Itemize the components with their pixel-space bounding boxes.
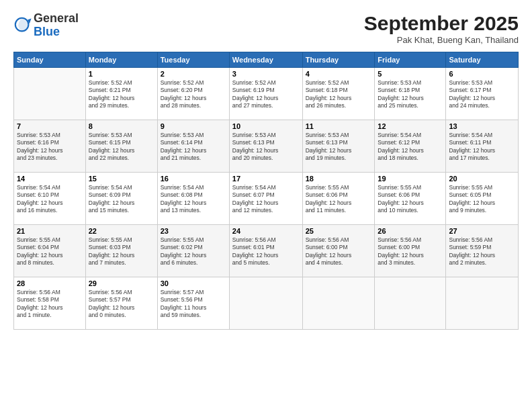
day-number: 24 (232, 227, 300, 235)
logo-blue-text: Blue (34, 26, 79, 39)
table-row: 6Sunrise: 5:53 AM Sunset: 6:17 PM Daylig… (446, 68, 519, 120)
day-info: Sunrise: 5:54 AM Sunset: 6:11 PM Dayligh… (449, 132, 515, 163)
table-row: 16Sunrise: 5:54 AM Sunset: 6:08 PM Dayli… (157, 173, 229, 225)
day-number: 1 (89, 70, 154, 78)
table-row: 2Sunrise: 5:52 AM Sunset: 6:20 PM Daylig… (157, 68, 229, 120)
day-number: 23 (161, 227, 226, 235)
day-number: 2 (161, 70, 226, 78)
day-number: 10 (232, 122, 300, 130)
day-info: Sunrise: 5:56 AM Sunset: 5:59 PM Dayligh… (449, 236, 515, 267)
day-number: 11 (306, 122, 372, 130)
day-number: 9 (161, 122, 226, 130)
col-sunday: Sunday (14, 52, 86, 68)
day-number: 12 (378, 122, 443, 130)
page: General Blue September 2025 Pak Khat, Bu… (0, 0, 532, 411)
col-monday: Monday (85, 52, 157, 68)
day-info: Sunrise: 5:55 AM Sunset: 6:05 PM Dayligh… (449, 184, 515, 215)
day-info: Sunrise: 5:56 AM Sunset: 6:00 PM Dayligh… (306, 236, 372, 267)
logo-general-text: General (34, 12, 79, 26)
day-number: 18 (306, 175, 372, 183)
day-number: 16 (161, 175, 226, 183)
col-saturday: Saturday (446, 52, 519, 68)
day-info: Sunrise: 5:53 AM Sunset: 6:17 PM Dayligh… (449, 79, 515, 110)
day-info: Sunrise: 5:56 AM Sunset: 6:01 PM Dayligh… (232, 236, 300, 267)
day-number: 4 (306, 70, 372, 78)
day-number: 28 (17, 279, 83, 287)
location: Pak Khat, Bueng Kan, Thailand (364, 35, 519, 45)
day-info: Sunrise: 5:55 AM Sunset: 6:04 PM Dayligh… (17, 236, 83, 267)
day-info: Sunrise: 5:53 AM Sunset: 6:13 PM Dayligh… (306, 132, 372, 163)
day-info: Sunrise: 5:53 AM Sunset: 6:14 PM Dayligh… (161, 132, 226, 163)
table-row: 3Sunrise: 5:52 AM Sunset: 6:19 PM Daylig… (229, 68, 302, 120)
day-number: 5 (378, 70, 443, 78)
day-number: 22 (89, 227, 154, 235)
day-info: Sunrise: 5:56 AM Sunset: 6:00 PM Dayligh… (378, 236, 443, 267)
day-number: 7 (17, 122, 83, 130)
table-row: 29Sunrise: 5:56 AM Sunset: 5:57 PM Dayli… (85, 277, 157, 330)
table-row: 11Sunrise: 5:53 AM Sunset: 6:13 PM Dayli… (302, 120, 375, 173)
table-row: 30Sunrise: 5:57 AM Sunset: 5:56 PM Dayli… (157, 277, 229, 330)
day-info: Sunrise: 5:56 AM Sunset: 5:57 PM Dayligh… (89, 289, 154, 320)
table-row: 24Sunrise: 5:56 AM Sunset: 6:01 PM Dayli… (229, 225, 302, 277)
day-info: Sunrise: 5:55 AM Sunset: 6:06 PM Dayligh… (306, 184, 372, 215)
table-row (229, 277, 302, 330)
table-row (302, 277, 375, 330)
day-info: Sunrise: 5:56 AM Sunset: 5:58 PM Dayligh… (17, 289, 83, 320)
table-row: 26Sunrise: 5:56 AM Sunset: 6:00 PM Dayli… (375, 225, 446, 277)
calendar-week-row: 28Sunrise: 5:56 AM Sunset: 5:58 PM Dayli… (14, 277, 519, 330)
title-block: September 2025 Pak Khat, Bueng Kan, Thai… (364, 12, 519, 45)
table-row: 15Sunrise: 5:54 AM Sunset: 6:09 PM Dayli… (85, 173, 157, 225)
calendar-week-row: 7Sunrise: 5:53 AM Sunset: 6:16 PM Daylig… (14, 120, 519, 173)
table-row: 8Sunrise: 5:53 AM Sunset: 6:15 PM Daylig… (85, 120, 157, 173)
day-number: 14 (17, 175, 83, 183)
day-info: Sunrise: 5:54 AM Sunset: 6:07 PM Dayligh… (232, 184, 300, 215)
day-number: 27 (449, 227, 515, 235)
table-row: 1Sunrise: 5:52 AM Sunset: 6:21 PM Daylig… (85, 68, 157, 120)
day-number: 21 (17, 227, 83, 235)
day-number: 25 (306, 227, 372, 235)
day-info: Sunrise: 5:57 AM Sunset: 5:56 PM Dayligh… (161, 289, 226, 320)
table-row: 5Sunrise: 5:53 AM Sunset: 6:18 PM Daylig… (375, 68, 446, 120)
table-row: 21Sunrise: 5:55 AM Sunset: 6:04 PM Dayli… (14, 225, 86, 277)
table-row (375, 277, 446, 330)
calendar-week-row: 1Sunrise: 5:52 AM Sunset: 6:21 PM Daylig… (14, 68, 519, 120)
col-thursday: Thursday (302, 52, 375, 68)
table-row: 19Sunrise: 5:55 AM Sunset: 6:06 PM Dayli… (375, 173, 446, 225)
col-friday: Friday (375, 52, 446, 68)
table-row: 9Sunrise: 5:53 AM Sunset: 6:14 PM Daylig… (157, 120, 229, 173)
table-row: 22Sunrise: 5:55 AM Sunset: 6:03 PM Dayli… (85, 225, 157, 277)
table-row: 14Sunrise: 5:54 AM Sunset: 6:10 PM Dayli… (14, 173, 86, 225)
calendar-week-row: 14Sunrise: 5:54 AM Sunset: 6:10 PM Dayli… (14, 173, 519, 225)
day-number: 3 (232, 70, 300, 78)
logo-icon (13, 16, 32, 35)
day-number: 26 (378, 227, 443, 235)
day-info: Sunrise: 5:53 AM Sunset: 6:18 PM Dayligh… (378, 79, 443, 110)
col-wednesday: Wednesday (229, 52, 302, 68)
table-row: 25Sunrise: 5:56 AM Sunset: 6:00 PM Dayli… (302, 225, 375, 277)
day-number: 13 (449, 122, 515, 130)
table-row: 7Sunrise: 5:53 AM Sunset: 6:16 PM Daylig… (14, 120, 86, 173)
day-info: Sunrise: 5:55 AM Sunset: 6:06 PM Dayligh… (378, 184, 443, 215)
day-info: Sunrise: 5:53 AM Sunset: 6:15 PM Dayligh… (89, 132, 154, 163)
day-info: Sunrise: 5:55 AM Sunset: 6:02 PM Dayligh… (161, 236, 226, 267)
table-row: 27Sunrise: 5:56 AM Sunset: 5:59 PM Dayli… (446, 225, 519, 277)
calendar-table: Sunday Monday Tuesday Wednesday Thursday… (13, 52, 519, 330)
day-number: 8 (89, 122, 154, 130)
day-number: 29 (89, 279, 154, 287)
calendar-week-row: 21Sunrise: 5:55 AM Sunset: 6:04 PM Dayli… (14, 225, 519, 277)
header: General Blue September 2025 Pak Khat, Bu… (13, 12, 519, 45)
day-info: Sunrise: 5:54 AM Sunset: 6:08 PM Dayligh… (161, 184, 226, 215)
day-info: Sunrise: 5:54 AM Sunset: 6:09 PM Dayligh… (89, 184, 154, 215)
col-tuesday: Tuesday (157, 52, 229, 68)
calendar-header-row: Sunday Monday Tuesday Wednesday Thursday… (14, 52, 519, 68)
table-row: 13Sunrise: 5:54 AM Sunset: 6:11 PM Dayli… (446, 120, 519, 173)
table-row: 4Sunrise: 5:52 AM Sunset: 6:18 PM Daylig… (302, 68, 375, 120)
table-row (14, 68, 86, 120)
day-number: 17 (232, 175, 300, 183)
table-row: 17Sunrise: 5:54 AM Sunset: 6:07 PM Dayli… (229, 173, 302, 225)
table-row: 28Sunrise: 5:56 AM Sunset: 5:58 PM Dayli… (14, 277, 86, 330)
day-info: Sunrise: 5:53 AM Sunset: 6:16 PM Dayligh… (17, 132, 83, 163)
table-row: 23Sunrise: 5:55 AM Sunset: 6:02 PM Dayli… (157, 225, 229, 277)
day-info: Sunrise: 5:55 AM Sunset: 6:03 PM Dayligh… (89, 236, 154, 267)
table-row: 18Sunrise: 5:55 AM Sunset: 6:06 PM Dayli… (302, 173, 375, 225)
